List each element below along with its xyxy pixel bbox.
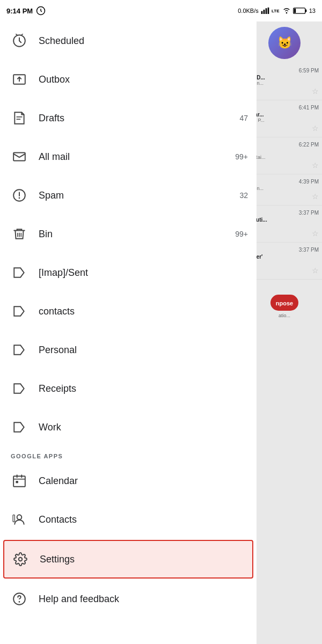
- label-tag-icon-5: [9, 416, 30, 438]
- sidebar-item-drafts[interactable]: Drafts 47: [0, 99, 257, 137]
- settings-label: Settings: [40, 554, 247, 565]
- drafts-label: Drafts: [39, 113, 239, 124]
- email-list-item: 6:41 PM Mar... ing P... ☆: [247, 100, 322, 137]
- data-speed: 0.0KB/s: [238, 8, 259, 14]
- drafts-icon: [9, 107, 30, 129]
- sidebar-item-bin[interactable]: Bin 99+: [0, 215, 257, 253]
- help-label: Help and feedback: [39, 594, 248, 605]
- spam-icon: [9, 185, 30, 206]
- svg-text:LTE: LTE: [272, 9, 280, 13]
- activity-icon: [36, 6, 46, 16]
- svg-point-26: [17, 515, 22, 519]
- help-icon: [9, 588, 30, 610]
- status-left: 9:14 PM: [6, 6, 46, 16]
- svg-rect-27: [13, 515, 14, 522]
- settings-icon: [10, 548, 31, 570]
- sidebar-item-outbox[interactable]: Outbox: [0, 60, 257, 99]
- battery-level: 13: [309, 8, 316, 14]
- compose-area: npose atio...: [247, 290, 322, 323]
- calendar-icon: [9, 470, 30, 492]
- outbox-label: Outbox: [39, 74, 248, 85]
- email-list-item: 3:37 PM ager' ... ☆: [247, 243, 322, 280]
- email-list-item: 6:22 PM n! n Rai... ☆: [247, 137, 322, 174]
- sidebar-item-receipts[interactable]: Receipts: [0, 369, 257, 408]
- sidebar-item-spam[interactable]: Spam 32: [0, 176, 257, 215]
- svg-point-30: [19, 601, 20, 603]
- spam-label: Spam: [39, 190, 239, 201]
- svg-rect-8: [305, 9, 307, 12]
- google-apps-header: GOOGLE APPS: [0, 447, 257, 462]
- calendar-label: Calendar: [39, 475, 248, 487]
- email-list-item: 4:39 PM e en... ☆: [247, 174, 322, 206]
- label-tag-icon-4: [9, 378, 30, 399]
- bin-label: Bin: [39, 229, 235, 240]
- imap-sent-label: [Imap]/Sent: [39, 267, 248, 279]
- svg-point-6: [286, 12, 287, 14]
- label-tag-icon: [9, 262, 30, 283]
- sidebar-item-calendar[interactable]: Calendar: [0, 462, 257, 500]
- all-mail-icon: [9, 146, 30, 167]
- svg-point-17: [19, 197, 20, 199]
- svg-rect-4: [267, 8, 269, 14]
- battery-icon: [293, 7, 307, 14]
- svg-rect-21: [13, 476, 25, 487]
- status-bar: 9:14 PM 0.0KB/s LTE 13: [0, 0, 322, 21]
- contacts-app-label: Contacts: [39, 514, 248, 525]
- sidebar-item-settings[interactable]: Settings: [3, 540, 253, 579]
- svg-point-28: [19, 558, 23, 561]
- svg-rect-3: [265, 8, 267, 14]
- sidebar-item-imap-sent[interactable]: [Imap]/Sent: [0, 253, 257, 292]
- all-mail-badge: 99+: [235, 152, 248, 161]
- work-label: Work: [39, 422, 248, 433]
- all-mail-label: All mail: [39, 151, 235, 163]
- sidebar-item-scheduled[interactable]: Scheduled: [0, 21, 257, 60]
- bin-badge: 99+: [235, 230, 248, 238]
- email-list-item: 3:37 PM ecuti... ... ☆: [247, 206, 322, 243]
- sidebar-item-personal[interactable]: Personal: [0, 331, 257, 369]
- receipts-label: Receipts: [39, 383, 248, 394]
- sidebar-item-contacts-label[interactable]: contacts: [0, 292, 257, 331]
- bin-icon: [9, 223, 30, 245]
- contacts-icon: [9, 509, 30, 530]
- scheduled-icon: [9, 30, 30, 52]
- sidebar-item-contacts-app[interactable]: Contacts: [0, 500, 257, 539]
- svg-rect-1: [261, 11, 262, 14]
- scheduled-label: Scheduled: [39, 35, 248, 47]
- time-display: 9:14 PM: [6, 7, 33, 15]
- avatar: 😺: [268, 27, 301, 59]
- navigation-drawer: Scheduled Outbox Drafts 47: [0, 0, 257, 644]
- sidebar-item-all-mail[interactable]: All mail 99+: [0, 137, 257, 176]
- personal-label: Personal: [39, 345, 248, 356]
- lte-icon: LTE: [272, 8, 280, 14]
- label-tag-icon-3: [9, 339, 30, 361]
- svg-rect-25: [16, 481, 18, 483]
- svg-rect-2: [263, 10, 265, 14]
- sidebar-item-help[interactable]: Help and feedback: [0, 580, 257, 618]
- outbox-icon: [9, 69, 30, 90]
- email-panel: 😺 6:59 PM nt D... edIn... ☆ 6:41 PM Mar.…: [247, 0, 322, 644]
- email-list-item: 6:59 PM nt D... edIn... ☆: [247, 63, 322, 100]
- spam-badge: 32: [239, 191, 248, 200]
- status-right: 0.0KB/s LTE 13: [238, 7, 316, 14]
- label-tag-icon-2: [9, 301, 30, 322]
- svg-rect-9: [294, 9, 296, 13]
- sidebar-item-work[interactable]: Work: [0, 408, 257, 447]
- wifi-icon: [282, 8, 291, 14]
- drafts-badge: 47: [239, 114, 248, 122]
- signal-icon: [261, 8, 269, 14]
- contacts-label-text: contacts: [39, 306, 248, 317]
